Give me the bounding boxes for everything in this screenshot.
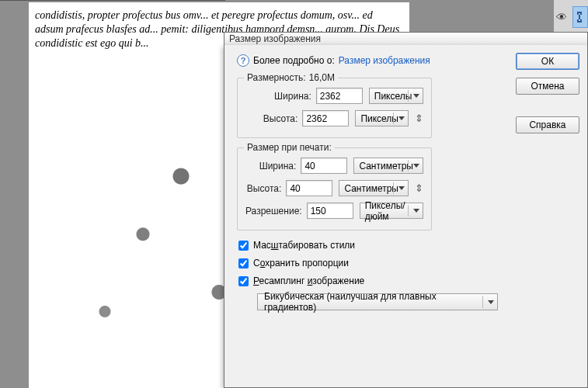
resolution-input[interactable] [307, 203, 353, 219]
visibility-eye-icon[interactable]: 👁 [556, 11, 567, 23]
px-width-input[interactable] [316, 88, 363, 104]
layer-link-icon[interactable] [572, 6, 588, 28]
dialog-title: Размер изображения [229, 33, 321, 44]
print-size-group: Размер при печати: Ширина: Сантиметры Вы… [237, 147, 432, 230]
info-prefix: Более подробно о: [253, 55, 335, 66]
chevron-down-icon [413, 164, 419, 168]
canvas-area: condidistis, propter profectus bus omv..… [0, 0, 225, 388]
chevron-down-icon [413, 209, 419, 213]
print-height-unit-select[interactable]: Сантиметры [339, 180, 409, 196]
print-width-unit-select[interactable]: Сантиметры [353, 158, 423, 174]
scale-styles-label: Масштабировать стили [253, 240, 355, 251]
image-size-dialog: ? Более подробно о: Размер изображения Р… [224, 45, 588, 388]
resample-checkbox[interactable] [238, 276, 249, 286]
constrain-label: Сохранить пропорции [253, 258, 349, 268]
cancel-button[interactable]: Отмена [516, 78, 579, 95]
chevron-down-icon [398, 116, 405, 120]
constrain-checkbox[interactable] [238, 258, 249, 268]
print-height-label: Высота: [245, 183, 286, 194]
px-width-unit-select[interactable]: Пикселы [369, 88, 423, 104]
help-icon[interactable]: ? [237, 54, 249, 67]
print-width-label: Ширина: [245, 161, 301, 171]
resample-method-select[interactable]: Бикубическая (наилучшая для плавных град… [257, 293, 498, 310]
help-button[interactable]: Справка [516, 116, 579, 133]
px-height-input[interactable] [302, 110, 349, 126]
print-width-input[interactable] [301, 158, 347, 174]
resample-label: Ресамплинг изображение [253, 275, 364, 286]
info-link[interactable]: Размер изображения [339, 55, 430, 66]
chevron-down-icon [398, 186, 405, 190]
dimensions-legend: Размерность:16,0M [244, 72, 338, 83]
print-height-input[interactable] [286, 180, 332, 196]
scale-styles-checkbox[interactable] [238, 241, 249, 251]
layers-strip: 👁 [554, 0, 588, 34]
ok-button[interactable]: ОК [516, 53, 579, 70]
svg-rect-0 [579, 15, 580, 19]
resolution-unit-select[interactable]: Пикселы/дюйм [360, 203, 423, 219]
px-width-label: Ширина: [245, 91, 316, 102]
px-height-unit-select[interactable]: Пикселы [355, 110, 409, 126]
px-height-label: Высота: [245, 113, 302, 124]
dialog-titlebar: Размер изображения [224, 32, 588, 46]
chevron-down-icon [413, 94, 419, 98]
dimensions-size: 16,0M [309, 72, 335, 83]
constrain-link-icon[interactable]: ⇕ [415, 113, 423, 124]
resolution-label: Разрешение: [245, 206, 307, 217]
print-legend: Размер при печати: [244, 142, 335, 153]
pixel-dimensions-group: Размерность:16,0M Ширина: Пикселы Высота… [237, 78, 432, 138]
chevron-down-icon [488, 300, 494, 304]
constrain-link-icon[interactable]: ⇕ [415, 182, 423, 194]
